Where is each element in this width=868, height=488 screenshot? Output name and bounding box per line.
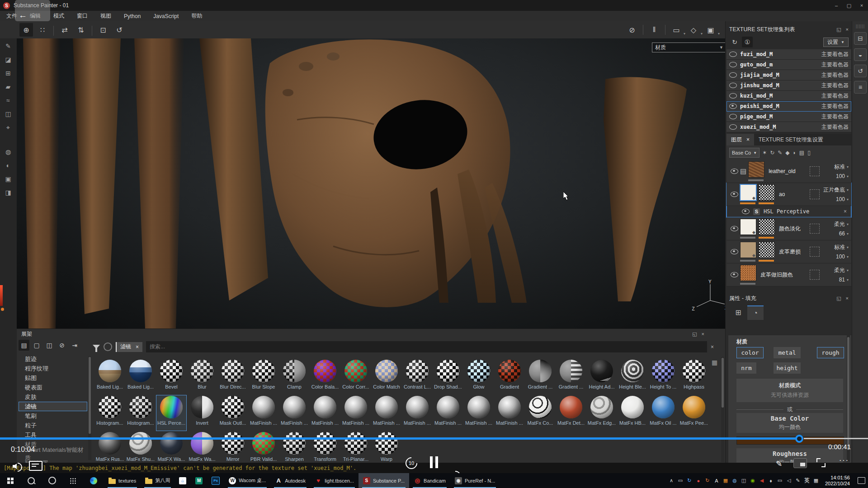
shelf-item-blur[interactable]: Blur [187, 359, 217, 395]
menu-视图[interactable]: 视图 [94, 11, 118, 21]
shelf-category-笔刷[interactable]: 笔刷 [19, 411, 87, 421]
tab-texture-set-settings[interactable]: TEXTURE SET纹理集设置 [754, 134, 828, 145]
mask-placeholder[interactable] [810, 224, 820, 234]
shelf-category-粒子[interactable]: 粒子 [19, 421, 87, 430]
texture-set-shader[interactable]: 主要着色器 [821, 103, 849, 110]
tray-network-globe-icon[interactable]: ◍ [730, 478, 739, 483]
shelf-grid-scrollbar[interactable] [721, 357, 724, 462]
refresh-icon[interactable] [104, 343, 112, 351]
viewer-display-tool-icon[interactable]: ◨ [2, 187, 14, 198]
remove-filter-icon[interactable]: × [136, 344, 139, 350]
clear-search-icon[interactable]: × [711, 344, 717, 350]
tray-volume-icon[interactable]: ◁ [784, 478, 793, 483]
filter-funnel-icon[interactable] [93, 345, 100, 349]
delete-layer-icon[interactable]: ▯ [807, 150, 811, 156]
taskbar-app-folder[interactable]: textures [104, 473, 141, 488]
taskbar-app-pureref[interactable]: ◉PureRef - N... [450, 473, 500, 488]
layer-thumbnail[interactable] [748, 161, 764, 181]
history-icon[interactable]: ↺ [854, 65, 867, 77]
eye-visible-icon[interactable] [731, 249, 738, 254]
geometry-mask-tool-icon[interactable]: ◍ [2, 146, 14, 158]
tray-gpu-tool-icon[interactable]: ◀ [757, 478, 766, 483]
shelf-item-matfx-pee-[interactable]: MatFx Pee... [679, 395, 709, 431]
texture-set-row[interactable]: jinshu_mod_M主要着色器 [726, 80, 851, 91]
polygon-fill-tool-icon[interactable]: ▰ [2, 81, 14, 93]
taskbar-task-view-button[interactable] [62, 473, 83, 488]
channel-filter-dropdown[interactable]: Base Co ▼ [729, 148, 760, 158]
menu-JavaScript[interactable]: JavaScript [147, 11, 185, 21]
shelf-item-highpass[interactable]: Highpass [679, 359, 709, 395]
close-button[interactable]: × [855, 0, 868, 11]
eye-visible-icon[interactable] [731, 169, 738, 174]
tray-microphone-icon[interactable]: ♦ [766, 478, 775, 483]
channel-button-rough[interactable]: rough [817, 347, 844, 358]
shelf-item-matfinish-[interactable]: MatFinish ... [248, 395, 279, 431]
add-mask-icon[interactable]: ◆ [785, 150, 789, 156]
close-panel-icon[interactable]: × [846, 296, 849, 301]
shelf-item-baked-lig-[interactable]: Baked Lig... [125, 359, 156, 395]
mirror-horizontal-icon[interactable]: ⇄ [58, 23, 71, 37]
layer-row[interactable]: ◆颜色淡化柔光▾66▾ [726, 217, 851, 240]
shelf-category-程序纹理[interactable]: 程序纹理 [19, 364, 87, 373]
display-settings-icon[interactable]: ⊟ [854, 32, 867, 45]
layer-row[interactable]: 皮革做旧颜色柔光▾81▾ [726, 263, 851, 286]
tray-pen-clip-icon[interactable]: ✎ [793, 478, 802, 483]
shelf-item-height-ble-[interactable]: Height Ble... [617, 359, 648, 395]
texture-set-row[interactable]: guto_mod_m主要着色器 [726, 60, 851, 70]
tray-updater-icon[interactable]: ↻ [703, 478, 712, 483]
transform-manipulator-icon[interactable]: ⊕ [19, 23, 33, 37]
dock-grip[interactable]: |||||| [852, 24, 868, 28]
shelf-item-bevel[interactable]: Bevel [156, 359, 187, 395]
texture-set-shader[interactable]: 主要着色器 [821, 92, 849, 100]
taskbar-app-store[interactable]: ⌂ [175, 473, 191, 488]
shelf-item-clamp[interactable]: Clamp [279, 359, 310, 395]
layer-thumbnail[interactable] [759, 184, 775, 204]
tab-fill-parameters[interactable]: ⊞ [730, 305, 746, 319]
material-picker-tool-icon[interactable]: ⌖ [2, 122, 14, 133]
shelf-item-mask-outl-[interactable]: Mask Outl... [217, 395, 248, 431]
add-fill-layer-icon[interactable]: ↻ [770, 150, 774, 156]
projection-tool-icon[interactable]: ⊞ [2, 67, 14, 79]
minimize-button[interactable]: – [830, 0, 843, 11]
shelf-item-matfinish-[interactable]: MatFinish ... [402, 395, 433, 431]
shelf-item-gradient[interactable]: Gradient [494, 359, 525, 395]
layer-visibility[interactable] [728, 169, 740, 174]
paint-tool-icon[interactable]: ✎ [2, 40, 14, 52]
shelf-category-硬表面[interactable]: 硬表面 [19, 383, 87, 392]
shelf-item-blur-slope[interactable]: Blur Slope [248, 359, 279, 395]
shelf-item-blur-direc-[interactable]: Blur Direc... [217, 359, 248, 395]
shelf-item-color-bala-[interactable]: Color Bala... [310, 359, 340, 395]
shelf-item-matfx-oil-[interactable]: MatFx Oil ... [648, 395, 679, 431]
channel-button-metal[interactable]: metal [774, 347, 801, 358]
shelf-item-hsl-perce-[interactable]: HSL Perce... [156, 395, 187, 431]
material-mode-box[interactable]: 材质模式 无可供选择资源 [736, 379, 843, 402]
shelf-item-matfx-shu-[interactable]: MatFx Shu... [125, 431, 156, 467]
shelf-item-matfx-wa-[interactable]: MatFx Wa... [187, 431, 217, 467]
shelf-item-matfinish-[interactable]: MatFinish ... [494, 395, 525, 431]
texture-set-shader[interactable]: 主要着色器 [821, 113, 849, 121]
taskbar-start-button[interactable] [0, 473, 21, 488]
active-filter-tag[interactable]: 滤镜 × [116, 342, 142, 352]
taskbar-app-light[interactable]: ♥light.tbscen... [310, 473, 359, 488]
tray-recorder-icon[interactable]: ● [694, 478, 703, 483]
import-resource-icon[interactable]: ◫ [44, 340, 55, 351]
shelf-item-warp[interactable]: Warp [371, 431, 402, 467]
render-mode-icon[interactable]: ▭ [670, 23, 683, 37]
mask-placeholder[interactable] [810, 247, 820, 257]
shelf-item-histogram-[interactable]: Histogram... [94, 395, 125, 431]
texture-set-settings-button[interactable]: 设置 ▼ [823, 38, 849, 47]
texture-set-row[interactable]: peishi_mod_M主要着色器 [726, 101, 851, 112]
sync-visibility-icon[interactable]: ↻ [729, 37, 740, 47]
layer-thumbnail[interactable] [759, 242, 775, 262]
shelf-item-sharpen[interactable]: Sharpen [279, 431, 310, 467]
close-panel-icon[interactable]: × [702, 331, 704, 337]
mask-placeholder[interactable] [810, 166, 820, 176]
viewer-settings-off-icon[interactable]: ⊘ [625, 23, 639, 37]
more-options-icon[interactable]: ··· [839, 456, 849, 465]
texture-set-row[interactable]: xuezi_mod_M主要着色器 [726, 122, 851, 132]
shelf-item-matfinish-[interactable]: MatFinish ... [340, 395, 371, 431]
tray-cloud-sync-icon[interactable]: ↻ [685, 478, 694, 483]
layer-row[interactable]: ◆皮革磨损标准▾100▾ [726, 240, 851, 263]
eye-hidden-icon[interactable] [729, 72, 737, 78]
skip-back-10-button[interactable]: 10 [405, 456, 418, 470]
